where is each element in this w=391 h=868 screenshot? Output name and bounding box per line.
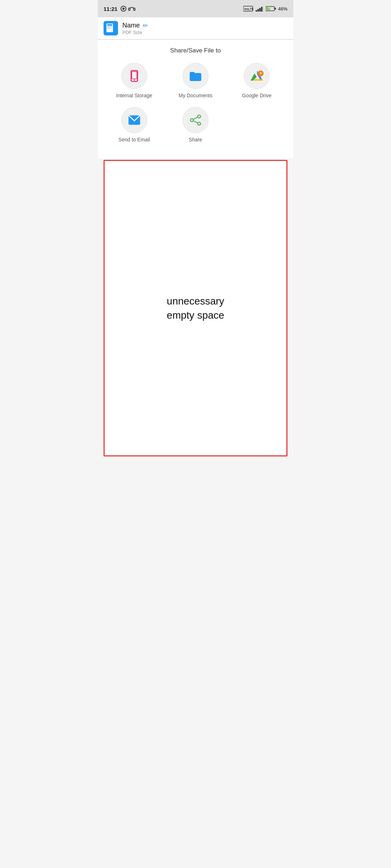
svg-text:+: + — [259, 70, 262, 76]
svg-rect-16 — [107, 26, 112, 27]
svg-rect-12 — [275, 8, 276, 10]
app-subtitle: PDF Size — [122, 30, 148, 35]
svg-rect-15 — [107, 24, 112, 26]
my-documents-option[interactable]: My Documents — [177, 63, 214, 98]
app-icon — [104, 21, 118, 35]
folder-icon — [189, 70, 202, 82]
app-title: Name — [122, 22, 140, 29]
phone-icon — [128, 70, 140, 82]
share-option[interactable]: Share — [177, 107, 214, 142]
svg-rect-7 — [257, 9, 259, 12]
send-to-email-circle — [121, 107, 147, 133]
svg-point-1 — [122, 8, 125, 10]
status-bar: 11:21 VoLTE — [98, 0, 293, 17]
my-documents-circle — [182, 63, 209, 89]
google-drive-label: Google Drive — [242, 93, 272, 98]
status-time: 11:21 — [104, 6, 117, 12]
empty-space-text: unnecessaryempty space — [160, 287, 232, 329]
svg-line-30 — [193, 117, 198, 119]
circle-icon — [120, 5, 127, 12]
svg-rect-8 — [259, 8, 261, 12]
send-to-email-label: Send to Email — [118, 137, 150, 142]
status-left: 11:21 — [104, 5, 135, 12]
svg-text:VoLTE: VoLTE — [244, 7, 253, 11]
share-circle — [182, 107, 209, 133]
battery-icon — [266, 6, 276, 12]
volte-icon: VoLTE — [243, 5, 253, 12]
svg-rect-6 — [256, 10, 257, 12]
my-documents-label: My Documents — [178, 93, 212, 98]
google-drive-circle: + — [244, 63, 270, 89]
svg-rect-9 — [261, 7, 262, 12]
internal-storage-option[interactable]: Internal Storage — [116, 63, 152, 98]
svg-point-27 — [198, 115, 201, 118]
share-icon — [189, 114, 202, 126]
svg-rect-19 — [132, 72, 137, 79]
edit-icon[interactable]: ✏ — [143, 22, 148, 30]
svg-marker-23 — [253, 79, 263, 81]
share-save-title: Share/Save File to — [104, 47, 287, 54]
share-options-row-1: Internal Storage My Documents — [104, 63, 287, 98]
signal-icon — [256, 6, 264, 12]
internal-storage-circle — [121, 63, 147, 89]
svg-line-31 — [193, 121, 198, 123]
svg-rect-10 — [263, 6, 264, 12]
app-title-row: Name ✏ — [122, 22, 148, 30]
internal-storage-label: Internal Storage — [116, 93, 152, 98]
status-right: VoLTE 46% — [243, 5, 287, 12]
app-title-area: Name ✏ PDF Size — [122, 22, 148, 35]
email-icon — [128, 115, 140, 125]
media-icon — [128, 5, 135, 12]
send-to-email-option[interactable]: Send to Email — [116, 107, 152, 142]
app-logo — [105, 23, 116, 34]
app-bar: Name ✏ PDF Size — [98, 17, 293, 39]
svg-point-20 — [134, 80, 135, 81]
google-drive-option[interactable]: + Google Drive — [239, 63, 275, 98]
svg-point-29 — [198, 122, 201, 125]
status-icons — [120, 5, 135, 12]
google-drive-icon: + — [250, 70, 264, 82]
empty-space-container: unnecessaryempty space — [104, 160, 287, 456]
share-label: Share — [189, 137, 202, 142]
share-options-row-2: Send to Email Share — [104, 107, 287, 142]
svg-point-28 — [190, 119, 193, 122]
svg-rect-17 — [107, 28, 111, 29]
share-save-section: Share/Save File to Internal Storage My D… — [98, 40, 293, 158]
battery-percent: 46% — [278, 6, 287, 12]
